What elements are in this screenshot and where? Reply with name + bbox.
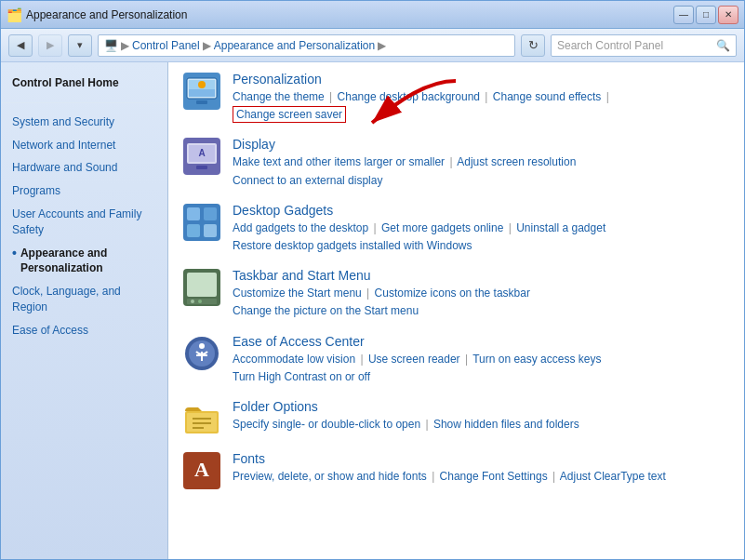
sidebar-item-network-internet[interactable]: Network and Internet bbox=[1, 134, 167, 157]
desktop-gadgets-links: Add gadgets to the desktop | Get more ga… bbox=[233, 220, 730, 255]
category-folder-options: Folder Options Specify single- or double… bbox=[182, 399, 730, 438]
folder-options-icon bbox=[182, 399, 221, 438]
sidebar-item-appearance-label: Appearance andPersonalization bbox=[20, 246, 107, 277]
category-desktop-gadgets: Desktop Gadgets Add gadgets to the deskt… bbox=[182, 203, 730, 255]
folder-options-links: Specify single- or double-click to open … bbox=[233, 416, 730, 433]
use-screen-reader-link[interactable]: Use screen reader bbox=[368, 353, 460, 366]
taskbar-icon bbox=[182, 268, 221, 307]
folder-options-info: Folder Options Specify single- or double… bbox=[233, 399, 730, 433]
sidebar-item-appearance[interactable]: • Appearance andPersonalization bbox=[1, 242, 167, 281]
active-bullet-icon: • bbox=[12, 246, 17, 261]
change-font-settings-link[interactable]: Change Font Settings bbox=[440, 470, 548, 483]
search-bar[interactable]: Search Control Panel 🔍 bbox=[551, 34, 737, 57]
desktop-gadgets-icon bbox=[182, 203, 221, 242]
desktop-gadgets-info: Desktop Gadgets Add gadgets to the deskt… bbox=[233, 203, 730, 255]
svg-point-21 bbox=[191, 300, 194, 303]
sidebar-item-hardware-sound[interactable]: Hardware and Sound bbox=[1, 156, 167, 180]
make-text-larger-link[interactable]: Make text and other items larger or smal… bbox=[233, 155, 445, 168]
maximize-button[interactable]: □ bbox=[696, 6, 716, 24]
sidebar: Control Panel Home System and Security N… bbox=[1, 62, 168, 559]
uninstall-gadget-link[interactable]: Uninstall a gadget bbox=[516, 221, 605, 234]
folder-options-title[interactable]: Folder Options bbox=[233, 399, 730, 414]
category-ease-of-access: Ease of Access Center Accommodate low vi… bbox=[182, 334, 730, 386]
taskbar-info: Taskbar and Start Menu Customize the Sta… bbox=[233, 268, 730, 320]
customize-taskbar-icons-link[interactable]: Customize icons on the taskbar bbox=[375, 287, 530, 300]
get-more-gadgets-link[interactable]: Get more gadgets online bbox=[381, 221, 503, 234]
adjust-cleartype-link[interactable]: Adjust ClearType text bbox=[560, 470, 666, 483]
category-display: A Display Make text and other items larg… bbox=[182, 137, 730, 189]
desktop-gadgets-title[interactable]: Desktop Gadgets bbox=[233, 203, 730, 218]
titlebar-controls: — □ ✕ bbox=[673, 6, 738, 24]
titlebar: 🗂️ Appearance and Personalization — □ ✕ bbox=[1, 1, 744, 29]
fonts-title[interactable]: Fonts bbox=[233, 451, 730, 466]
svg-rect-29 bbox=[187, 413, 217, 432]
personalization-info: Personalization Change the theme | Chang… bbox=[233, 72, 730, 124]
fonts-info: Fonts Preview, delete, or show and hide … bbox=[233, 451, 730, 486]
svg-point-22 bbox=[198, 300, 202, 303]
forward-button[interactable]: ▶ bbox=[38, 34, 62, 57]
category-taskbar: Taskbar and Start Menu Customize the Sta… bbox=[182, 268, 730, 320]
change-desktop-background-link[interactable]: Change desktop background bbox=[338, 90, 480, 103]
sidebar-item-system-security[interactable]: System and Security bbox=[1, 111, 167, 134]
breadcrumb: 🖥️ ▶ Control Panel ▶ Appearance and Pers… bbox=[98, 34, 515, 57]
display-title[interactable]: Display bbox=[233, 137, 730, 152]
titlebar-title: Appearance and Personalization bbox=[26, 8, 187, 21]
restore-gadgets-link[interactable]: Restore desktop gadgets installed with W… bbox=[233, 239, 472, 252]
display-icon: A bbox=[182, 137, 221, 176]
search-icon: 🔍 bbox=[716, 39, 730, 52]
close-button[interactable]: ✕ bbox=[718, 6, 738, 24]
svg-rect-19 bbox=[187, 273, 217, 297]
taskbar-links: Customize the Start menu | Customize ico… bbox=[233, 285, 730, 320]
fonts-links: Preview, delete, or show and hide fonts … bbox=[233, 468, 730, 486]
breadcrumb-part2[interactable]: Appearance and Personalization bbox=[214, 39, 375, 52]
back-button[interactable]: ◀ bbox=[8, 34, 33, 57]
svg-rect-6 bbox=[196, 100, 207, 104]
taskbar-title[interactable]: Taskbar and Start Menu bbox=[233, 268, 730, 283]
customize-start-menu-link[interactable]: Customize the Start menu bbox=[233, 287, 362, 300]
sidebar-item-clock-language[interactable]: Clock, Language, and Region bbox=[1, 280, 167, 319]
svg-point-25 bbox=[199, 343, 205, 349]
ease-of-access-icon bbox=[182, 334, 221, 373]
personalization-links: Change the theme | Change desktop backgr… bbox=[233, 88, 730, 124]
add-gadgets-link[interactable]: Add gadgets to the desktop bbox=[233, 221, 368, 234]
dropdown-button[interactable]: ▾ bbox=[68, 34, 92, 57]
preview-delete-fonts-link[interactable]: Preview, delete, or show and hide fonts bbox=[233, 470, 427, 483]
change-sound-effects-link[interactable]: Change sound effects bbox=[493, 90, 602, 103]
refresh-button[interactable]: ↻ bbox=[521, 34, 545, 57]
svg-rect-16 bbox=[187, 224, 200, 237]
ease-of-access-title[interactable]: Ease of Access Center bbox=[233, 334, 730, 349]
content-area: Personalization Change the theme | Chang… bbox=[168, 62, 744, 559]
ease-of-access-info: Ease of Access Center Accommodate low vi… bbox=[233, 334, 730, 386]
display-info: Display Make text and other items larger… bbox=[233, 137, 730, 189]
display-links: Make text and other items larger or smal… bbox=[233, 153, 730, 189]
change-theme-link[interactable]: Change the theme bbox=[233, 90, 325, 103]
change-screen-saver-link[interactable]: Change screen saver bbox=[233, 106, 346, 123]
specify-click-to-open-link[interactable]: Specify single- or double-click to open bbox=[233, 418, 420, 431]
category-fonts: A Fonts Preview, delete, or show and hid… bbox=[182, 451, 730, 490]
breadcrumb-part1[interactable]: Control Panel bbox=[132, 39, 200, 52]
turn-on-easy-access-keys-link[interactable]: Turn on easy access keys bbox=[472, 353, 601, 366]
change-start-menu-picture-link[interactable]: Change the picture on the Start menu bbox=[233, 304, 419, 317]
minimize-button[interactable]: — bbox=[673, 6, 694, 24]
sidebar-item-home[interactable]: Control Panel Home bbox=[1, 72, 167, 95]
svg-text:A: A bbox=[198, 148, 205, 158]
adjust-screen-resolution-link[interactable]: Adjust screen resolution bbox=[457, 155, 576, 168]
svg-rect-17 bbox=[204, 224, 217, 237]
ease-of-access-links: Accommodate low vision | Use screen read… bbox=[233, 351, 730, 386]
category-personalization: Personalization Change the theme | Chang… bbox=[182, 72, 730, 124]
show-hidden-files-link[interactable]: Show hidden files and folders bbox=[433, 418, 579, 431]
personalization-title[interactable]: Personalization bbox=[233, 72, 730, 87]
svg-text:A: A bbox=[194, 458, 209, 481]
connect-external-display-link[interactable]: Connect to an external display bbox=[233, 174, 382, 187]
accommodate-low-vision-link[interactable]: Accommodate low vision bbox=[233, 353, 355, 366]
search-input[interactable]: Search Control Panel bbox=[557, 39, 712, 52]
svg-rect-11 bbox=[196, 166, 207, 169]
window: 🗂️ Appearance and Personalization — □ ✕ … bbox=[0, 0, 745, 560]
personalization-icon bbox=[182, 72, 221, 111]
sidebar-item-ease-access[interactable]: Ease of Access bbox=[1, 319, 167, 342]
addressbar: ◀ ▶ ▾ 🖥️ ▶ Control Panel ▶ Appearance an… bbox=[1, 29, 744, 62]
turn-high-contrast-link[interactable]: Turn High Contrast on or off bbox=[233, 370, 370, 383]
svg-point-5 bbox=[198, 81, 206, 88]
sidebar-item-programs[interactable]: Programs bbox=[1, 180, 167, 203]
sidebar-item-user-accounts[interactable]: User Accounts and Family Safety bbox=[1, 203, 167, 242]
